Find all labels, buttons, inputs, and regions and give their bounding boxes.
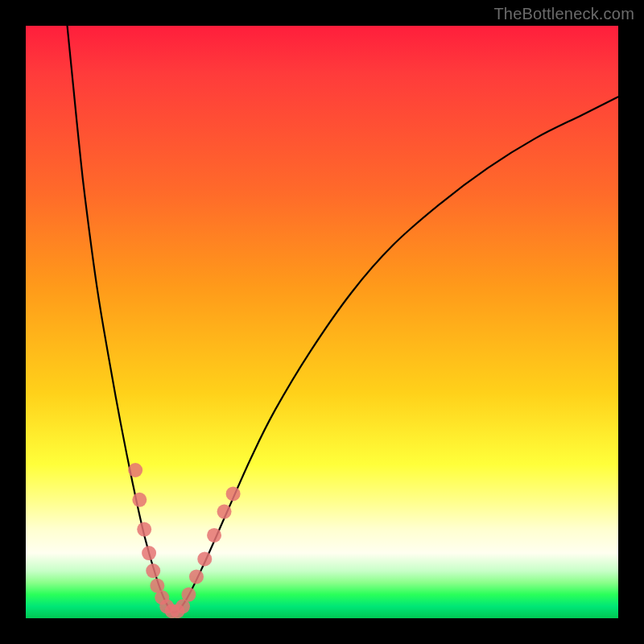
plot-area bbox=[26, 26, 618, 618]
series-bottleneck-curve bbox=[68, 26, 618, 613]
marker-dot bbox=[181, 588, 196, 602]
chart-svg bbox=[26, 26, 618, 618]
marker-dot bbox=[217, 505, 232, 519]
marker-dot bbox=[146, 564, 160, 578]
marker-dot bbox=[226, 486, 241, 501]
marker-dot bbox=[189, 569, 204, 584]
marker-dot bbox=[197, 551, 212, 566]
marker-dot bbox=[142, 546, 156, 560]
marker-dot bbox=[128, 463, 142, 477]
curve-layer bbox=[68, 26, 618, 613]
watermark-text: TheBottleneck.com bbox=[493, 5, 634, 23]
marker-dot bbox=[132, 493, 147, 507]
marker-dot bbox=[137, 522, 151, 537]
chart-frame: TheBottleneck.com bbox=[0, 0, 644, 644]
marker-dot bbox=[207, 528, 221, 543]
